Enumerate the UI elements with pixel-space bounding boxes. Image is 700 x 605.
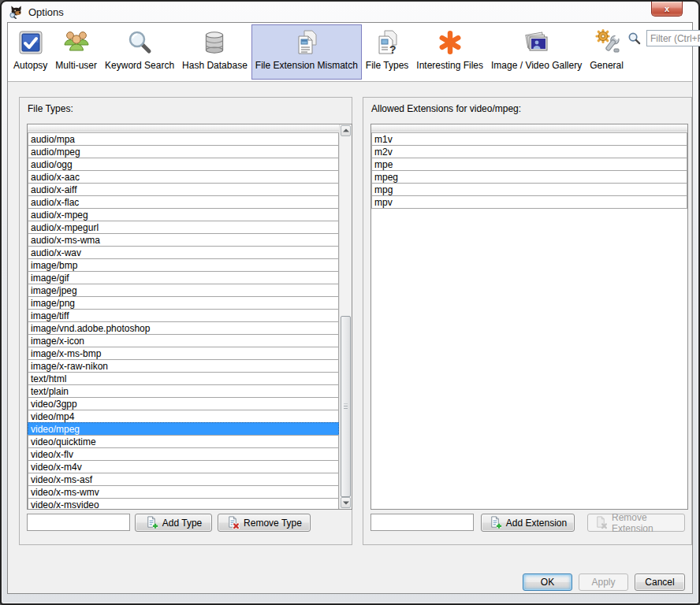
file-type-row[interactable]: video/x-msvideo — [28, 498, 339, 509]
file-type-row[interactable]: video/x-m4v — [28, 460, 339, 473]
add-document-icon — [489, 516, 502, 529]
file-type-row[interactable]: audio/x-mpegurl — [28, 221, 339, 234]
allowed-extensions-group: Allowed Extensions for video/mpeg: m1vm2… — [363, 97, 692, 545]
button-label: Add Extension — [506, 518, 567, 529]
file-type-row[interactable]: image/gif — [28, 271, 339, 284]
file-type-row[interactable]: video/3gpp — [28, 397, 339, 410]
tab-label: Hash Database — [182, 60, 248, 71]
window-title: Options — [28, 6, 64, 18]
close-button[interactable]: x — [651, 2, 683, 17]
file-type-row[interactable]: video/x-ms-asf — [28, 473, 339, 486]
tab-keyword-search[interactable]: Keyword Search — [101, 24, 178, 80]
file-type-row[interactable]: text/plain — [28, 384, 339, 398]
file-type-row[interactable]: audio/x-aiff — [28, 183, 339, 196]
tab-file-extension-mismatch[interactable]: File Extension Mismatch — [251, 24, 362, 80]
asterisk-icon — [436, 27, 464, 58]
tab-general[interactable]: General — [586, 24, 627, 80]
options-window: Options x Autopsy — [0, 0, 700, 605]
file-types-icon: ? — [373, 27, 401, 58]
file-types-list: audio/mpaaudio/mpegaudio/oggaudio/x-aaca… — [27, 124, 352, 510]
file-type-row[interactable]: video/mp4 — [28, 410, 339, 423]
ok-button[interactable]: OK — [523, 573, 572, 591]
file-type-row[interactable]: video/x-ms-wmv — [28, 485, 339, 499]
tab-label: Keyword Search — [105, 60, 174, 71]
file-type-row[interactable]: video/x-flv — [28, 447, 339, 461]
file-types-label: File Types: — [28, 103, 73, 114]
new-type-input[interactable] — [27, 514, 130, 531]
cancel-button[interactable]: Cancel — [635, 573, 685, 591]
tab-hash-database[interactable]: Hash Database — [178, 24, 251, 80]
file-type-row[interactable]: audio/x-ms-wma — [28, 233, 339, 247]
autopsy-dog-icon — [9, 6, 24, 19]
dialog-body: Autopsy Multi-user — [7, 22, 693, 594]
magnifier-icon — [126, 27, 153, 58]
tab-label: Multi-user — [55, 60, 97, 71]
file-type-row[interactable]: image/bmp — [28, 258, 339, 272]
button-label: Add Type — [162, 518, 202, 529]
tab-label: Interesting Files — [416, 60, 483, 71]
file-type-row[interactable]: audio/x-aac — [28, 170, 339, 184]
add-extension-button[interactable]: Add Extension — [481, 514, 575, 532]
file-types-group: File Types: audio/mpaaudio/mpegaudio/ogg… — [19, 97, 352, 545]
gear-wrench-icon — [593, 27, 621, 58]
extension-row[interactable]: mpg — [371, 183, 687, 196]
file-type-row[interactable]: image/vnd.adobe.photoshop — [28, 321, 339, 335]
file-type-row[interactable]: video/quicktime — [28, 435, 339, 448]
file-type-row[interactable]: video/mpeg — [28, 422, 339, 436]
tab-image-video-gallery[interactable]: Image / Video Gallery — [487, 24, 586, 80]
file-types-rows: audio/mpaaudio/mpegaudio/oggaudio/x-aaca… — [28, 132, 339, 509]
extensions-rows: m1vm2vmpempegmpgmpv — [371, 132, 687, 509]
remove-type-button[interactable]: Remove Type — [218, 514, 311, 532]
remove-extension-button[interactable]: Remove Extension — [587, 514, 685, 532]
filter-input[interactable] — [646, 30, 700, 46]
extension-row[interactable]: mpeg — [371, 170, 687, 184]
tab-multi-user[interactable]: Multi-user — [51, 24, 101, 80]
file-type-row[interactable]: audio/ogg — [28, 158, 339, 171]
gallery-icon — [523, 27, 551, 58]
titlebar: Options x — [2, 2, 698, 22]
file-type-row[interactable]: image/tiff — [28, 309, 339, 322]
file-type-row[interactable]: image/jpeg — [28, 284, 339, 297]
button-label: Remove Extension — [612, 512, 678, 534]
scroll-thumb[interactable] — [341, 316, 351, 497]
tab-label: File Extension Mismatch — [255, 60, 358, 71]
extensions-list: m1vm2vmpempegmpgmpv — [370, 124, 688, 510]
extension-row[interactable]: mpv — [371, 195, 687, 209]
scroll-down-button[interactable] — [341, 497, 351, 508]
tab-label: Image / Video Gallery — [491, 60, 582, 71]
extension-row[interactable]: m2v — [371, 145, 687, 158]
file-type-row[interactable]: audio/mpa — [28, 132, 339, 146]
file-type-row[interactable]: text/html — [28, 372, 339, 385]
new-extension-input[interactable] — [370, 514, 474, 531]
list-header — [28, 124, 352, 132]
file-types-scrollbar[interactable] — [339, 124, 352, 509]
tab-autopsy[interactable]: Autopsy — [9, 24, 51, 80]
file-type-row[interactable]: audio/x-wav — [28, 246, 339, 259]
file-extension-mismatch-icon — [292, 27, 321, 58]
button-label: Remove Type — [244, 518, 302, 529]
tab-label: File Types — [366, 60, 408, 71]
apply-button[interactable]: Apply — [579, 573, 628, 591]
extension-row[interactable]: m1v — [371, 132, 687, 146]
file-type-row[interactable]: audio/x-flac — [28, 195, 339, 209]
database-icon — [201, 27, 228, 58]
file-type-row[interactable]: image/x-raw-nikon — [28, 359, 339, 373]
autopsy-checkbox-icon — [17, 27, 44, 58]
file-type-row[interactable]: image/png — [28, 296, 339, 310]
file-type-row[interactable]: image/x-icon — [28, 334, 339, 347]
tab-interesting-files[interactable]: Interesting Files — [412, 24, 487, 80]
remove-document-icon — [594, 516, 608, 529]
add-document-icon — [145, 516, 158, 529]
svg-text:?: ? — [389, 43, 397, 56]
tab-label: General — [590, 60, 624, 71]
list-header — [371, 124, 687, 132]
allowed-extensions-label: Allowed Extensions for video/mpeg: — [371, 103, 521, 114]
file-type-row[interactable]: image/x-ms-bmp — [28, 347, 339, 360]
file-type-row[interactable]: audio/mpeg — [28, 145, 339, 158]
tab-file-types[interactable]: ? File Types — [362, 24, 412, 80]
extension-row[interactable]: mpe — [371, 158, 687, 171]
file-type-row[interactable]: audio/x-mpeg — [28, 208, 339, 221]
scroll-up-button[interactable] — [341, 125, 351, 136]
add-type-button[interactable]: Add Type — [135, 514, 212, 532]
mismatch-settings-panel: File Types: audio/mpaaudio/mpegaudio/ogg… — [8, 82, 692, 593]
